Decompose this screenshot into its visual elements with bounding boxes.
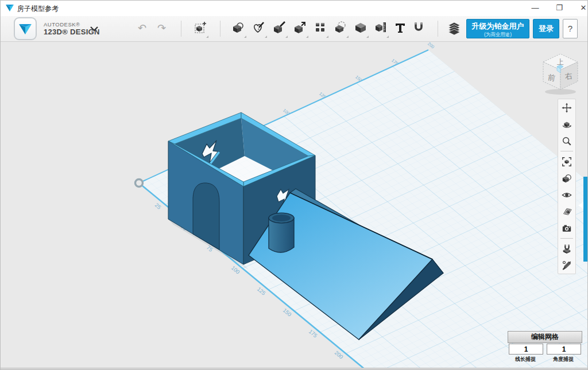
- sketch-disabled-tool[interactable]: [558, 257, 575, 274]
- minimize-button[interactable]: —: [524, 0, 547, 16]
- maximize-button[interactable]: ❐: [548, 0, 571, 16]
- view-cube-top-label[interactable]: 上: [557, 58, 564, 66]
- snap-tool-icon: [412, 21, 425, 34]
- redo-button[interactable]: ↷: [157, 22, 166, 34]
- edit-grid-button[interactable]: 编辑网格: [508, 331, 582, 343]
- orbit-icon: [562, 119, 572, 130]
- length-snap-label: 线长捕捉: [509, 356, 542, 363]
- brand-triangle-icon: [15, 18, 36, 39]
- grid-icon: [562, 207, 572, 217]
- help-button[interactable]: ?: [563, 19, 578, 38]
- combine-tool-icon: [354, 21, 368, 34]
- angle-snap-input[interactable]: [547, 344, 581, 355]
- length-snap-input[interactable]: [509, 344, 543, 355]
- snap-tool[interactable]: [410, 20, 427, 38]
- layers-button[interactable]: [446, 20, 463, 38]
- sketch-tool[interactable]: [250, 20, 268, 38]
- grid-origin-ring: [136, 180, 143, 187]
- undo-button[interactable]: ↶: [138, 22, 146, 34]
- upgrade-button-sublabel: (为商业用途): [467, 32, 529, 38]
- zoom-tool[interactable]: [558, 133, 575, 149]
- window-title: 房子模型参考: [17, 4, 59, 14]
- brand-autodesk: AUTODESK®: [44, 21, 80, 28]
- group-tool[interactable]: [332, 20, 349, 38]
- view-toolbar: [558, 99, 576, 274]
- chimney-cylinder[interactable]: [269, 213, 294, 252]
- modify-tool[interactable]: [292, 20, 309, 38]
- snapshot-tool[interactable]: [558, 220, 575, 236]
- toolbar-separator: [560, 238, 573, 239]
- svg-text:200: 200: [427, 41, 435, 50]
- grid-toggle-tool[interactable]: [558, 203, 575, 220]
- title-bar: 房子模型参考 — ❐ ✕: [0, 0, 588, 17]
- combine-tool[interactable]: [352, 20, 369, 38]
- toolbar-separator: [560, 151, 573, 151]
- primitives-tool[interactable]: [230, 20, 247, 38]
- app-menu-logo[interactable]: [14, 17, 37, 40]
- modify-tool-icon: [293, 21, 307, 34]
- upgrade-button-label: 升级为铂金用户: [467, 21, 529, 32]
- text-tool-icon: [393, 21, 407, 34]
- construct-tool-icon: [273, 21, 287, 34]
- magnifier-icon: [562, 136, 572, 146]
- window-bottom-edge: [0, 368, 588, 370]
- measure-tool[interactable]: [372, 20, 389, 38]
- app-menu-chevron-icon[interactable]: [90, 26, 99, 32]
- camera-icon: [562, 223, 572, 233]
- right-panel-tab[interactable]: [583, 177, 588, 262]
- app-logo-icon: [5, 4, 14, 12]
- login-button[interactable]: 登录: [533, 19, 559, 38]
- select-tool[interactable]: [192, 20, 209, 38]
- visibility-tool[interactable]: [558, 186, 575, 203]
- sketch-tool-icon: [252, 21, 266, 34]
- materials-icon: [562, 173, 572, 184]
- pencil-slash-icon: [562, 260, 572, 271]
- pan-tool[interactable]: [558, 99, 575, 116]
- layers-icon: [447, 21, 462, 36]
- primitives-tool-icon: [231, 21, 245, 34]
- pattern-tool-icon: [314, 21, 327, 34]
- upgrade-button[interactable]: 升级为铂金用户 (为商业用途): [466, 19, 529, 38]
- main-toolbar: AUTODESK® 123D® DESIGN ↶ ↷: [0, 16, 588, 42]
- measure-tool-icon: [374, 21, 388, 34]
- text-tool[interactable]: [392, 20, 409, 38]
- pattern-tool[interactable]: [312, 20, 329, 38]
- group-tool-icon: [334, 21, 347, 34]
- fit-view-tool[interactable]: [558, 153, 575, 170]
- angle-snap-label: 角度捕捉: [547, 356, 580, 363]
- panel-collapse-arrow-icon[interactable]: [578, 202, 583, 209]
- materials-tool[interactable]: [558, 170, 575, 186]
- eye-icon: [562, 190, 572, 200]
- svg-text:25: 25: [154, 202, 163, 211]
- select-tool-icon: [194, 21, 207, 34]
- view-cube-front-label[interactable]: 前: [547, 73, 556, 83]
- orbit-tool[interactable]: [558, 116, 575, 133]
- arch-doorway: [193, 183, 219, 250]
- viewport-scene: 25 50 75 100 125 150 175 200 25 50 75 10…: [0, 0, 588, 370]
- view-cube[interactable]: 上 前 右: [536, 46, 587, 96]
- view-cube-right-label[interactable]: 右: [564, 71, 573, 81]
- close-button[interactable]: ✕: [572, 0, 588, 16]
- snap-magnet-icon: [562, 244, 572, 254]
- fit-view-icon: [562, 157, 572, 167]
- snap-settings-tool[interactable]: [558, 240, 575, 257]
- construct-tool[interactable]: [271, 20, 288, 38]
- pan-icon: [562, 103, 572, 113]
